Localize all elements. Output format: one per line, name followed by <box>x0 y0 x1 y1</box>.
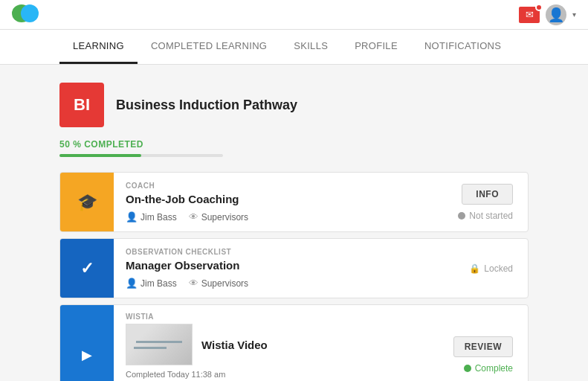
coaching-status: Not started <box>458 211 513 221</box>
mail-icon[interactable]: ✉ <box>519 7 540 23</box>
coaching-icon: 🎓 <box>60 173 114 231</box>
wistia-completed-text: Completed Today 11:38 am <box>126 370 427 379</box>
tab-notifications[interactable]: NOTIFICATIONS <box>411 30 514 64</box>
coaching-audience: 👁 Supervisors <box>189 211 248 222</box>
observation-person-icon: 👤 <box>126 278 138 289</box>
observation-audience: 👁 Supervisors <box>189 278 248 289</box>
pathway-icon-text: BI <box>74 95 90 115</box>
wistia-thumb-inner <box>126 324 192 365</box>
wistia-body: WISTIA Wistia Video Completed Today 11:3… <box>114 305 439 381</box>
coaching-body: COACH On-the-Job Coaching 👤 Jim Bass 👁 S… <box>114 173 439 231</box>
wistia-icon-symbol: ▶ <box>82 347 92 363</box>
progress-bar-bg <box>59 154 223 157</box>
wistia-title-row: Wistia Video <box>126 324 427 365</box>
coaching-actions: INFO Not started <box>439 175 528 230</box>
tab-skills[interactable]: SKILLS <box>280 30 341 64</box>
coaching-type-label: COACH <box>126 182 427 190</box>
observation-assignee-name: Jim Bass <box>140 278 177 289</box>
header-right: ✉ 👤 ▾ <box>519 4 576 25</box>
observation-body: OBSERVATION CHECKLIST Manager Observatio… <box>114 239 439 298</box>
status-dot-not-started <box>458 212 465 220</box>
logo <box>12 4 39 25</box>
coaching-assigned-by: 👤 Jim Bass <box>126 211 177 222</box>
course-card-wistia: ▶ WISTIA Wistia Video Completed Today 11… <box>59 304 529 381</box>
main-content: BI Business Induction Pathway 50 % COMPL… <box>0 65 588 381</box>
tab-profile[interactable]: PROFILE <box>341 30 411 64</box>
checkmark-icon: ✓ <box>80 259 94 278</box>
wistia-review-button[interactable]: REVIEW <box>453 336 513 357</box>
coaching-status-label: Not started <box>469 211 513 221</box>
wistia-actions: REVIEW Complete <box>439 327 528 381</box>
svg-point-1 <box>21 4 39 22</box>
observation-icon: ✓ <box>60 239 114 298</box>
progress-section: 50 % COMPLETED <box>59 139 529 157</box>
observation-actions: 🔒 Locked <box>439 254 528 283</box>
observation-status-label: Locked <box>484 263 513 274</box>
tab-completed-learning[interactable]: COMPLETED LEARNING <box>138 30 280 64</box>
coaching-audience-name: Supervisors <box>201 212 248 222</box>
audience-eye-icon: 👁 <box>189 211 198 222</box>
wistia-type-label: WISTIA <box>126 313 427 321</box>
dropdown-arrow-icon[interactable]: ▾ <box>572 10 576 19</box>
progress-label: 50 % COMPLETED <box>59 139 529 150</box>
pathway-header: BI Business Induction Pathway <box>59 83 529 127</box>
wistia-title: Wistia Video <box>201 339 268 351</box>
thumb-line-1 <box>136 341 182 343</box>
wistia-status: Complete <box>464 363 513 374</box>
coaching-title: On-the-Job Coaching <box>126 193 427 205</box>
course-card-coaching: 🎓 COACH On-the-Job Coaching 👤 Jim Bass 👁… <box>59 172 529 232</box>
course-card-observation: ✓ OBSERVATION CHECKLIST Manager Observat… <box>59 238 529 298</box>
wistia-icon: ▶ <box>60 305 114 381</box>
person-icon: 👤 <box>126 211 138 222</box>
coaching-assignee-name: Jim Bass <box>140 212 177 222</box>
observation-status: 🔒 Locked <box>469 263 513 274</box>
observation-title: Manager Observation <box>126 259 427 272</box>
pathway-icon: BI <box>59 83 104 127</box>
status-dot-complete <box>464 365 471 372</box>
avatar[interactable]: 👤 <box>546 4 566 25</box>
coaching-info-button[interactable]: INFO <box>462 184 513 205</box>
tab-learning[interactable]: LEARNING <box>59 30 138 64</box>
header: ✉ 👤 ▾ <box>0 0 588 30</box>
lock-icon: 🔒 <box>469 263 480 274</box>
coaching-meta: 👤 Jim Bass 👁 Supervisors <box>126 211 427 222</box>
progress-bar-fill <box>59 154 141 157</box>
coaching-icon-symbol: 🎓 <box>77 193 97 212</box>
pathway-title: Business Induction Pathway <box>116 97 297 113</box>
observation-audience-name: Supervisors <box>201 278 248 289</box>
thumb-line-2 <box>134 347 167 349</box>
wistia-status-label: Complete <box>475 363 513 374</box>
wistia-thumbnail <box>126 324 193 365</box>
observation-eye-icon: 👁 <box>189 278 198 289</box>
observation-type-label: OBSERVATION CHECKLIST <box>126 248 427 256</box>
observation-assigned-by: 👤 Jim Bass <box>126 278 177 289</box>
observation-meta: 👤 Jim Bass 👁 Supervisors <box>126 278 427 289</box>
nav-tabs: LEARNING COMPLETED LEARNING SKILLS PROFI… <box>0 30 588 65</box>
